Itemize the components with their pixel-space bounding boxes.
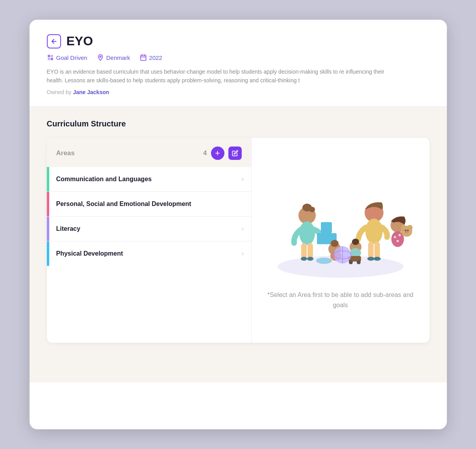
meta-row: Goal Driven Denmark [47,54,430,61]
description-text: EYO is an evidence based curriculum that… [47,67,385,85]
svg-point-4 [100,56,101,58]
svg-rect-14 [301,243,307,259]
area-name-communication: Communication and Languages [56,176,152,182]
chevron-icon-literacy: › [235,224,251,233]
svg-rect-27 [374,242,380,258]
meta-goal-text: Goal Driven [56,54,87,61]
meta-location-text: Denmark [106,54,130,61]
hint-text: *Select an Area first to be able to add … [263,290,418,310]
svg-point-42 [401,225,406,230]
header-section: EYO Goal Driven [30,20,447,107]
back-button[interactable] [47,34,61,48]
area-item-literacy[interactable]: Literacy › [47,217,251,241]
meta-year-text: 2022 [149,54,162,61]
svg-point-28 [367,257,374,261]
page-title: EYO [67,34,93,48]
section-title: Curriculum Structure [47,119,430,128]
svg-rect-2 [48,58,50,60]
areas-header: Areas 4 + [47,138,251,167]
svg-point-46 [407,230,409,231]
svg-point-35 [357,260,361,264]
area-content-physical: Physical Development [49,241,235,266]
area-item-physical[interactable]: Physical Development › [47,241,251,266]
svg-rect-19 [321,222,332,233]
chevron-icon-physical: › [235,249,251,258]
svg-rect-1 [50,55,53,57]
left-panel: Areas 4 + Communication and Languages [47,138,252,343]
title-row: EYO [47,34,430,48]
area-item-personal[interactable]: Personal, Social and Emotional Developme… [47,192,251,217]
svg-point-43 [407,225,413,230]
right-panel: *Select an Area first to be able to add … [252,138,430,343]
meta-location: Denmark [97,54,130,61]
svg-rect-15 [307,243,313,259]
svg-point-38 [394,236,396,238]
svg-point-29 [374,257,381,261]
svg-point-17 [307,257,313,261]
areas-count: 4 [203,149,207,157]
location-icon [97,54,104,61]
svg-point-13 [299,221,315,245]
meta-year: 2022 [140,54,162,61]
svg-point-50 [316,258,332,264]
svg-point-12 [309,207,315,212]
svg-point-22 [331,240,339,247]
svg-rect-26 [368,242,374,258]
area-name-personal: Personal, Social and Emotional Developme… [56,200,191,207]
owner-name: Jane Jackson [73,89,109,95]
svg-point-25 [365,219,383,244]
illustration [266,170,415,280]
svg-rect-5 [141,55,146,61]
main-card: EYO Goal Driven [30,20,447,429]
chevron-icon-communication: › [235,175,251,183]
area-content-personal: Personal, Social and Emotional Developme… [49,192,251,216]
svg-point-31 [352,239,359,245]
svg-point-40 [396,240,399,242]
area-content-communication: Communication and Languages [49,167,235,191]
meta-goal: Goal Driven [47,54,87,61]
curriculum-section: Curriculum Structure Areas 4 + [30,107,447,382]
edit-areas-button[interactable] [228,147,242,160]
areas-label: Areas [56,149,200,157]
goal-icon [47,54,54,61]
svg-point-39 [398,234,401,236]
area-content-literacy: Literacy [49,217,235,241]
svg-point-45 [405,230,406,231]
svg-point-16 [301,257,307,261]
area-name-physical: Physical Development [56,250,123,257]
svg-point-34 [349,260,353,264]
owner-prefix: Owned by [47,89,73,95]
area-name-literacy: Literacy [56,225,80,232]
owner-row: Owned by Jane Jackson [47,89,430,95]
svg-rect-0 [48,55,50,57]
add-area-button[interactable]: + [211,147,224,160]
svg-rect-3 [50,58,53,60]
calendar-icon [140,54,147,61]
curriculum-body: Areas 4 + Communication and Languages [47,138,430,343]
area-item-communication[interactable]: Communication and Languages › [47,167,251,192]
